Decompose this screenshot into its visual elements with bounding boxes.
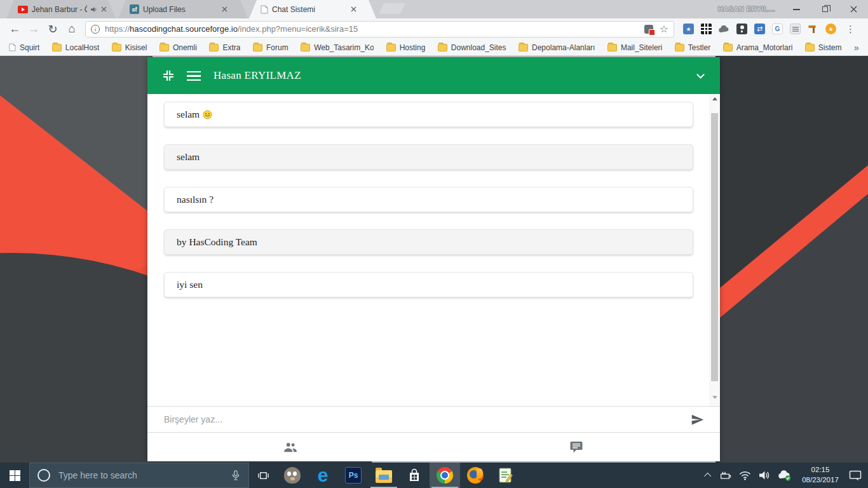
- extension-cloud-icon[interactable]: [719, 24, 729, 34]
- taskbar-app-file-explorer[interactable]: [369, 463, 399, 488]
- extension-swap-icon[interactable]: [754, 24, 765, 34]
- taskbar-app-photoshop[interactable]: [338, 463, 369, 488]
- bookmark-folder-onemli[interactable]: Onemli: [159, 43, 197, 52]
- folder-icon: [52, 44, 62, 51]
- taskbar-app-store[interactable]: [399, 463, 430, 488]
- taskbar-app-chrome[interactable]: [430, 463, 460, 488]
- tab-upload-files[interactable]: Upload Files: [118, 0, 248, 18]
- chevron-down-icon[interactable]: [696, 71, 705, 79]
- chrome-profile-name[interactable]: HASAN ERYIL...: [718, 5, 775, 13]
- bookmark-folder-sistem[interactable]: Sistem: [805, 43, 842, 52]
- bookmark-squirt[interactable]: Squirt: [9, 43, 39, 52]
- action-center-icon: [849, 470, 862, 481]
- taskbar-app-gimp[interactable]: [277, 463, 308, 488]
- bookmark-folder-download-sites[interactable]: Download_Sites: [438, 43, 506, 52]
- bookmark-folder-extra[interactable]: Extra: [209, 43, 240, 52]
- taskbar-app-edge[interactable]: [308, 463, 338, 488]
- folder-icon: [805, 44, 815, 51]
- message-bubble: selam: [164, 102, 693, 127]
- back-button[interactable]: ←: [6, 21, 23, 37]
- scrollbar-thumb[interactable]: [711, 113, 718, 381]
- new-tab-button[interactable]: [379, 3, 405, 14]
- tab-title: Chat Sistemi: [272, 5, 347, 14]
- tab-close-icon[interactable]: [351, 6, 356, 12]
- message-bubble: nasılsın ?: [164, 187, 693, 212]
- bookmark-folder-testler[interactable]: Testler: [675, 43, 710, 52]
- url-host: hascodingchat.sourceforge.io: [130, 24, 238, 34]
- home-button[interactable]: ⌂: [64, 21, 80, 37]
- address-bar[interactable]: https://hascodingchat.sourceforge.io/ind…: [85, 21, 674, 37]
- browser-menu-button[interactable]: [843, 24, 858, 35]
- send-button[interactable]: [689, 412, 705, 427]
- close-button[interactable]: [839, 0, 868, 18]
- microphone-icon[interactable]: [231, 469, 241, 482]
- extension-star-blue-icon[interactable]: [683, 24, 694, 34]
- tab-close-icon[interactable]: [222, 6, 227, 12]
- messages-button[interactable]: [569, 439, 585, 456]
- task-view-button[interactable]: [249, 463, 277, 488]
- smiley-emoji-icon: [203, 110, 212, 119]
- tab-close-icon[interactable]: [101, 6, 107, 12]
- compress-icon[interactable]: [163, 70, 174, 81]
- triangle-down-icon: [712, 396, 717, 399]
- bookmark-folder-hosting[interactable]: Hosting: [386, 43, 426, 52]
- extension-notes-icon[interactable]: [790, 24, 801, 34]
- tray-chevron-up-icon[interactable]: [704, 473, 711, 480]
- message-input[interactable]: [164, 414, 689, 424]
- minimize-button[interactable]: [782, 0, 811, 18]
- tab-jehan-barbur[interactable]: Jehan Barbur - Öylesi: [6, 0, 116, 18]
- chat-scrollbar[interactable]: [709, 94, 720, 406]
- taskbar-app-firefox[interactable]: [460, 463, 491, 488]
- search-placeholder-text: Type here to search: [58, 470, 231, 480]
- taskbar-search[interactable]: Type here to search: [29, 463, 249, 488]
- bookmark-folder-localhost[interactable]: LocalHost: [52, 43, 99, 52]
- restore-button[interactable]: [811, 0, 839, 18]
- chat-bubble-icon: [569, 439, 584, 456]
- bookmark-folder-mail-siteleri[interactable]: Mail_Siteleri: [607, 43, 662, 52]
- taskbar-clock[interactable]: 02:15 08/23/2017: [799, 465, 841, 485]
- extensions-row: [679, 24, 862, 35]
- start-button[interactable]: [0, 463, 29, 488]
- windows-taskbar: Type here to search: [0, 463, 868, 488]
- bookmark-folder-web-tasarim[interactable]: Web_Tasarim_Kodlam: [301, 43, 374, 52]
- messages-area: selam selam nasılsın ? by HasCoding Team: [147, 94, 720, 406]
- content-blocked-icon[interactable]: [644, 25, 653, 34]
- tab-audio-icon[interactable]: [91, 6, 97, 13]
- action-center-button[interactable]: [849, 470, 862, 481]
- bookmark-folder-depolama[interactable]: Depolama-Alanları: [519, 43, 595, 52]
- folder-icon: [301, 44, 310, 51]
- extension-translate-icon[interactable]: [772, 24, 783, 34]
- users-button[interactable]: [282, 439, 299, 456]
- extension-tool-icon[interactable]: [808, 24, 818, 34]
- tab-title: Jehan Barbur - Öylesi: [32, 5, 87, 14]
- menu-hamburger-icon[interactable]: [187, 71, 201, 81]
- scroll-down-arrow[interactable]: [709, 393, 720, 402]
- message-bubble: by HasCoding Team: [164, 229, 693, 255]
- extension-lightbulb-icon[interactable]: [736, 24, 747, 34]
- tab-chat-sistemi[interactable]: Chat Sistemi: [249, 0, 376, 18]
- bookmark-star-icon[interactable]: [660, 24, 668, 34]
- extension-grid-icon[interactable]: [701, 24, 712, 34]
- forward-button[interactable]: →: [25, 21, 42, 37]
- bookmarks-overflow-chevron[interactable]: »: [854, 43, 859, 53]
- extension-star-orange-icon[interactable]: [825, 24, 836, 34]
- message-bubble: iyi sen: [164, 272, 693, 297]
- cloud-sync-icon[interactable]: [778, 470, 792, 481]
- editor-icon: [498, 467, 514, 484]
- reload-button[interactable]: ↻: [44, 21, 61, 37]
- omnibox-actions: [644, 24, 668, 34]
- bookmark-folder-forum[interactable]: Forum: [253, 43, 288, 52]
- folder-icon: [438, 44, 447, 51]
- url-protocol: https://: [105, 24, 130, 34]
- folder-icon: [209, 44, 219, 51]
- taskbar-app-editor[interactable]: [491, 463, 521, 488]
- bookmark-folder-kisisel[interactable]: Kisisel: [112, 43, 147, 52]
- site-info-icon[interactable]: [91, 25, 100, 34]
- wifi-icon[interactable]: [739, 471, 751, 480]
- bookmark-folder-arama-motorlari[interactable]: Arama_Motorlari: [723, 43, 793, 52]
- speaker-icon[interactable]: [759, 470, 770, 480]
- battery-icon[interactable]: [719, 470, 731, 480]
- scroll-up-arrow[interactable]: [709, 94, 720, 104]
- message-input-row: [147, 406, 720, 432]
- message-bubble: selam: [164, 144, 693, 170]
